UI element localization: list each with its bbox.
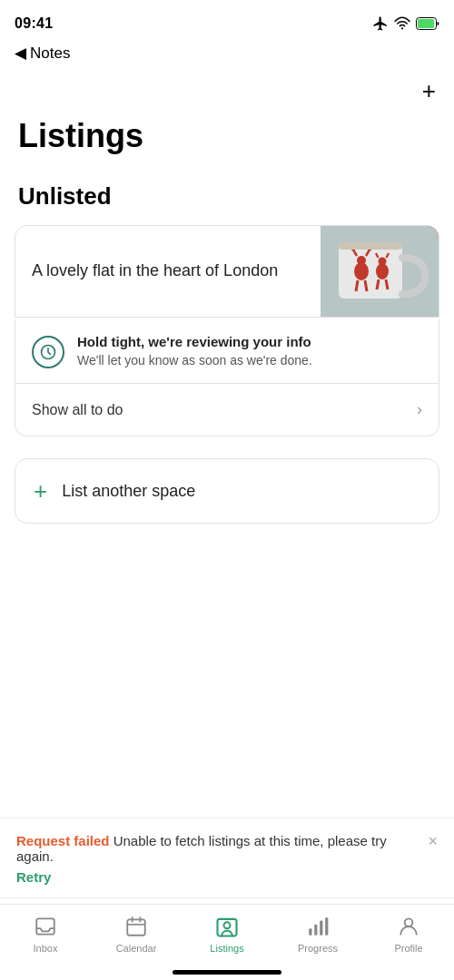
back-nav-label: Notes xyxy=(30,44,70,63)
nav-item-inbox[interactable]: Inbox xyxy=(18,914,73,954)
inbox-icon xyxy=(33,914,58,939)
listing-card-image xyxy=(321,226,439,317)
review-clock-icon xyxy=(32,336,64,368)
progress-icon xyxy=(305,914,331,939)
calendar-label: Calendar xyxy=(116,943,157,954)
section-title-unlisted: Unlisted xyxy=(0,173,454,225)
svg-rect-34 xyxy=(325,917,328,936)
page-title: Listings xyxy=(0,110,454,173)
profile-label: Profile xyxy=(394,943,422,954)
list-another-button[interactable]: + List another space xyxy=(15,458,439,524)
svg-point-15 xyxy=(376,263,389,279)
listing-card-text: A lovely flat in the heart of London xyxy=(15,226,321,317)
back-nav-text[interactable]: ◀ Notes xyxy=(15,44,70,63)
progress-label: Progress xyxy=(298,943,338,954)
error-banner: Request failed Unable to fetch listings … xyxy=(0,818,454,898)
svg-point-0 xyxy=(401,27,403,29)
status-icons xyxy=(372,15,439,32)
inbox-label: Inbox xyxy=(34,943,58,954)
error-close-button[interactable]: × xyxy=(428,833,438,849)
back-arrow-icon: ◀ xyxy=(15,44,26,63)
info-bar: Hold tight, we're reviewing your info We… xyxy=(15,319,439,384)
svg-line-20 xyxy=(386,279,388,289)
svg-rect-31 xyxy=(309,928,311,936)
list-another-plus-icon: + xyxy=(34,479,47,503)
calendar-icon xyxy=(123,914,149,939)
error-failed-label: Request failed xyxy=(16,833,110,848)
status-bar: 09:41 xyxy=(0,0,454,40)
svg-line-14 xyxy=(365,280,367,291)
svg-line-19 xyxy=(377,279,379,289)
nav-item-progress[interactable]: Progress xyxy=(291,914,345,954)
nav-item-calendar[interactable]: Calendar xyxy=(109,914,163,954)
wifi-icon xyxy=(394,15,410,32)
nav-item-profile[interactable]: Profile xyxy=(381,914,436,954)
svg-point-35 xyxy=(405,918,413,926)
error-retry-button[interactable]: Retry xyxy=(16,869,438,885)
bottom-nav: Inbox Calendar Listings xyxy=(0,904,454,980)
status-time: 09:41 xyxy=(15,15,53,32)
svg-rect-33 xyxy=(320,921,322,936)
listings-label: Listings xyxy=(210,943,243,954)
svg-rect-4 xyxy=(339,244,402,299)
show-all-chevron-icon: › xyxy=(417,400,422,419)
svg-rect-32 xyxy=(314,925,317,936)
listings-icon xyxy=(214,914,240,939)
listing-card-inner: A lovely flat in the heart of London xyxy=(15,226,439,317)
listing-card-title: A lovely flat in the heart of London xyxy=(32,260,278,281)
nav-item-listings[interactable]: Listings xyxy=(200,914,254,954)
list-another-label: List another space xyxy=(62,482,195,501)
svg-rect-25 xyxy=(127,919,145,935)
svg-point-30 xyxy=(224,922,231,928)
info-text-block: Hold tight, we're reviewing your info We… xyxy=(77,334,312,368)
svg-rect-22 xyxy=(339,242,402,250)
svg-point-6 xyxy=(357,256,366,265)
add-listing-button[interactable]: + xyxy=(422,79,436,103)
error-banner-row: Request failed Unable to fetch listings … xyxy=(16,833,438,864)
airplane-icon xyxy=(372,15,389,32)
info-title: Hold tight, we're reviewing your info xyxy=(77,334,312,349)
svg-rect-2 xyxy=(418,19,434,28)
show-all-todo-row[interactable]: Show all to do › xyxy=(15,384,439,436)
add-button-container: + xyxy=(0,72,454,110)
battery-icon xyxy=(416,17,439,30)
back-navigation[interactable]: ◀ Notes xyxy=(0,40,454,72)
show-all-label: Show all to do xyxy=(32,402,123,418)
svg-line-13 xyxy=(356,280,358,291)
info-subtitle: We'll let you know as soon as we're done… xyxy=(77,353,312,368)
listing-mug-image xyxy=(321,226,439,317)
home-indicator xyxy=(173,970,281,975)
error-banner-text: Request failed Unable to fetch listings … xyxy=(16,833,420,864)
listing-card[interactable]: A lovely flat in the heart of London xyxy=(15,225,439,318)
svg-point-16 xyxy=(379,258,387,266)
profile-icon xyxy=(396,914,421,939)
